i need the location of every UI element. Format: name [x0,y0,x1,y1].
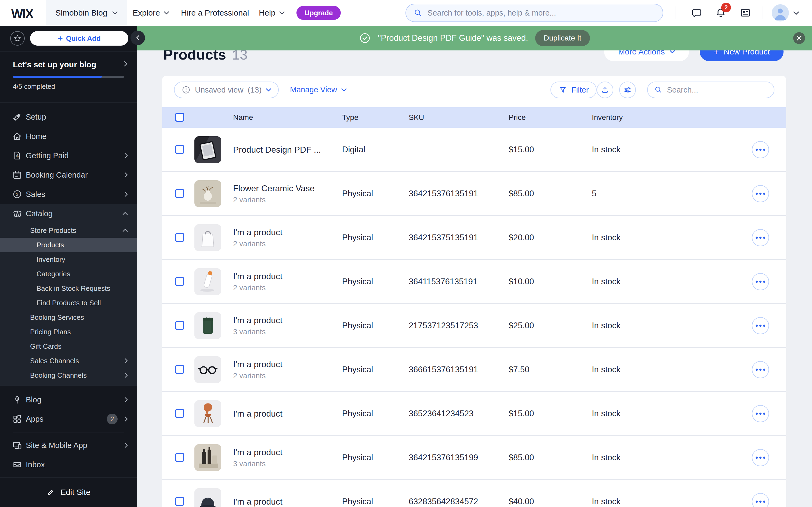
quick-add-label: Quick Add [66,34,101,43]
account-chevron-down-icon[interactable] [793,11,799,15]
row-checkbox[interactable] [175,409,184,418]
sidebar-item-back-in-stock-requests[interactable]: Back in Stock Requests [0,281,137,296]
sidebar-item-inventory[interactable]: Inventory [0,252,137,267]
product-name[interactable]: Product Design PDF ... [233,145,338,155]
sidebar-item-blog[interactable]: Blog [0,390,137,409]
setup-progress-fill [13,76,102,78]
row-more-actions-button[interactable] [752,317,769,334]
nav-hire-a-professional[interactable]: Hire a Professional [181,0,249,26]
sidebar-item-sales-channels[interactable]: Sales Channels [0,353,137,368]
product-name[interactable]: Flower Ceramic Vase [233,183,338,193]
row-checkbox[interactable] [175,277,184,286]
sidebar-item-gift-cards[interactable]: Gift Cards [0,339,137,353]
sidebar-collapse-button[interactable] [131,31,145,45]
chevron-right-icon [124,61,127,66]
cell-type: Physical [342,480,373,507]
apps-icon [12,414,22,425]
product-variants: 2 variants [233,239,338,248]
global-search-input[interactable] [427,9,655,17]
news-icon[interactable] [740,7,751,19]
setup-progress-card[interactable]: Let's set up your blog 4/5 completed [0,52,137,103]
row-checkbox[interactable] [175,497,184,506]
customize-columns-button[interactable] [619,81,636,98]
global-search[interactable] [405,4,663,22]
export-button[interactable] [597,81,613,98]
row-more-actions-button[interactable] [752,493,769,507]
site-menu[interactable]: Slmobbin Blog [46,0,127,26]
sidebar-item-booking-services[interactable]: Booking Services [0,310,137,325]
sidebar-item-home[interactable]: Home [0,127,137,146]
row-checkbox[interactable] [175,321,184,330]
select-all-checkbox[interactable] [175,113,184,122]
table-search-input[interactable] [667,86,767,95]
sidebar-item-apps[interactable]: Apps2 [0,409,137,429]
sidebar-item-booking-calendar[interactable]: Booking Calendar [0,165,137,184]
sidebar-item-inbox[interactable]: Inbox [0,455,137,474]
row-more-actions-button[interactable] [752,273,769,290]
cell-price: $85.00 [509,172,534,216]
row-more-actions-button[interactable] [752,449,769,466]
column-header-type[interactable]: Type [342,107,358,128]
nav-help[interactable]: Help [259,0,285,26]
table-row: I'm a product3 variantsPhysical364215376… [162,436,786,480]
sidebar-item-store-products[interactable]: Store Products [0,223,137,238]
banner-close-icon[interactable] [793,32,805,44]
manage-view-button[interactable]: Manage View [290,85,347,94]
sidebar-item-find-products-to-sell[interactable]: Find Products to Sell [0,296,137,310]
chevron-down-icon [279,11,285,14]
row-checkbox[interactable] [175,189,184,198]
products-table-card: Unsaved view (13) Manage View Filter [162,76,786,507]
filter-button[interactable]: Filter [551,81,597,98]
sidebar-item-label: Home [26,132,46,141]
view-selector[interactable]: Unsaved view (13) [174,81,279,98]
cell-type: Physical [342,436,373,480]
product-name[interactable]: I'm a product [233,359,338,370]
column-header-price[interactable]: Price [509,107,526,128]
cell-price: $40.00 [509,480,534,507]
table-search[interactable] [647,81,774,98]
row-more-actions-button[interactable] [752,185,769,202]
view-selector-count: (13) [248,86,262,95]
sidebar-item-products[interactable]: Products [0,238,137,252]
chat-icon[interactable] [691,7,702,19]
favorites-star-icon[interactable] [10,31,25,46]
sidebar-item-pricing-plans[interactable]: Pricing Plans [0,325,137,339]
row-checkbox[interactable] [175,365,184,374]
nav-explore[interactable]: Explore [133,0,169,26]
edit-site-button[interactable]: Edit Site [0,477,137,507]
sidebar-item-sales[interactable]: $Sales [0,184,137,204]
row-checkbox[interactable] [175,145,184,154]
sidebar-item-categories[interactable]: Categories [0,267,137,281]
sidebar-item-label: Catalog [26,209,53,218]
product-name[interactable]: I'm a product [233,409,338,419]
product-name[interactable]: I'm a product [233,497,338,507]
duplicate-it-button[interactable]: Duplicate It [535,30,590,46]
sidebar-item-booking-channels[interactable]: Booking Channels [0,368,137,383]
product-name[interactable]: I'm a product [233,447,338,457]
row-more-actions-button[interactable] [752,361,769,378]
cell-price: $15.00 [509,128,534,172]
view-selector-label: Unsaved view [195,86,244,95]
chevron-right-icon [124,358,128,363]
upgrade-button[interactable]: Upgrade [296,6,341,20]
row-checkbox[interactable] [175,453,184,462]
row-more-actions-button[interactable] [752,229,769,246]
cell-sku: 217537123517253 [409,304,478,348]
sidebar-item-getting-paid[interactable]: $Getting Paid [0,146,137,165]
row-checkbox[interactable] [175,233,184,242]
product-name[interactable]: I'm a product [233,272,338,281]
column-header-inventory[interactable]: Inventory [592,107,623,128]
product-name[interactable]: I'm a product [233,227,338,237]
column-header-sku[interactable]: SKU [409,107,424,128]
product-name[interactable]: I'm a product [233,316,338,325]
column-header-name[interactable]: Name [233,107,253,128]
avatar[interactable] [772,4,789,21]
sidebar-item-setup[interactable]: Setup [0,107,137,127]
product-name-cell: I'm a product2 variants [233,348,338,392]
cell-inventory: In stock [592,260,620,304]
quick-add-button[interactable]: + Quick Add [30,31,129,46]
row-more-actions-button[interactable] [752,405,769,422]
sidebar-item-catalog[interactable]: Catalog [0,204,137,223]
row-more-actions-button[interactable] [752,141,769,158]
sidebar-item-site-mobile-app[interactable]: Site & Mobile App [0,436,137,455]
